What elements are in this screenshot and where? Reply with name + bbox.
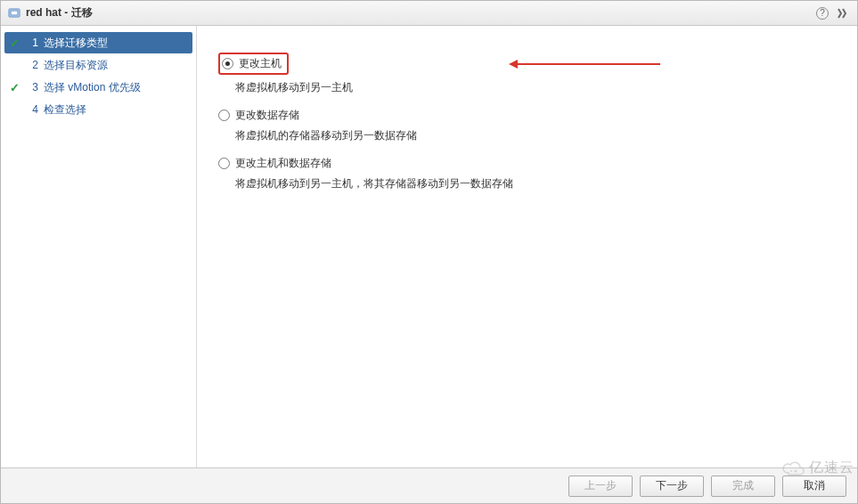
step-label: 检查选择 xyxy=(44,102,86,118)
help-icon[interactable]: ? xyxy=(814,5,830,21)
expand-icon[interactable] xyxy=(834,5,850,21)
radio-icon[interactable] xyxy=(218,110,230,121)
check-icon: ✓ xyxy=(10,37,22,49)
option-change-host: 更改主机 将虚拟机移动到另一主机 xyxy=(218,53,836,95)
option-change-datastore: 更改数据存储 将虚拟机的存储器移动到另一数据存储 xyxy=(218,108,836,143)
option-label: 更改主机和数据存储 xyxy=(235,156,331,171)
radio-row[interactable]: 更改主机和数据存储 xyxy=(218,156,836,171)
dialog-footer: 上一步 下一步 完成 取消 xyxy=(1,467,857,503)
option-label: 更改主机 xyxy=(239,56,282,71)
step-label: 选择目标资源 xyxy=(44,58,108,73)
step-number: 3 xyxy=(26,81,38,93)
step-review[interactable]: 4 检查选择 xyxy=(4,99,192,120)
step-number: 1 xyxy=(26,37,38,49)
main-panel: 更改主机 将虚拟机移动到另一主机 更改数据存储 将虚拟机的存储器移动到另一数据存… xyxy=(197,26,857,467)
step-label: 选择 vMotion 优先级 xyxy=(44,80,141,95)
option-description: 将虚拟机移动到另一主机 xyxy=(235,80,836,95)
back-button[interactable]: 上一步 xyxy=(568,476,633,497)
next-button[interactable]: 下一步 xyxy=(640,476,704,497)
step-vmotion-priority[interactable]: ✓ 3 选择 vMotion 优先级 xyxy=(4,77,192,98)
option-description: 将虚拟机的存储器移动到另一数据存储 xyxy=(235,128,836,143)
highlight-annotation: 更改主机 xyxy=(218,53,289,75)
svg-rect-1 xyxy=(11,11,18,15)
step-target-resource[interactable]: 2 选择目标资源 xyxy=(4,54,192,76)
step-label: 选择迁移类型 xyxy=(44,36,108,51)
radio-row[interactable]: 更改主机 xyxy=(222,56,282,71)
cancel-button[interactable]: 取消 xyxy=(782,476,846,497)
radio-icon[interactable] xyxy=(222,58,233,69)
radio-row[interactable]: 更改数据存储 xyxy=(218,108,836,123)
vm-icon xyxy=(8,7,20,20)
dialog-body: ✓ 1 选择迁移类型 2 选择目标资源 ✓ 3 选择 vMotion 优先级 4… xyxy=(1,26,857,467)
step-migration-type[interactable]: ✓ 1 选择迁移类型 xyxy=(4,32,192,53)
finish-button[interactable]: 完成 xyxy=(711,476,775,497)
option-label: 更改数据存储 xyxy=(235,108,299,123)
dialog-title: red hat - 迁移 xyxy=(26,5,811,20)
titlebar: red hat - 迁移 ? xyxy=(1,1,857,26)
option-change-host-and-datastore: 更改主机和数据存储 将虚拟机移动到另一主机，将其存储器移动到另一数据存储 xyxy=(218,156,836,191)
migrate-dialog: red hat - 迁移 ? ✓ 1 选择迁移类型 2 选择目标资源 ✓ 3 选… xyxy=(0,0,858,504)
wizard-sidebar: ✓ 1 选择迁移类型 2 选择目标资源 ✓ 3 选择 vMotion 优先级 4… xyxy=(1,26,197,467)
check-icon: ✓ xyxy=(10,81,22,93)
option-description: 将虚拟机移动到另一主机，将其存储器移动到另一数据存储 xyxy=(235,176,836,191)
step-number: 4 xyxy=(26,103,38,116)
step-number: 2 xyxy=(26,59,38,71)
radio-icon[interactable] xyxy=(218,158,230,169)
